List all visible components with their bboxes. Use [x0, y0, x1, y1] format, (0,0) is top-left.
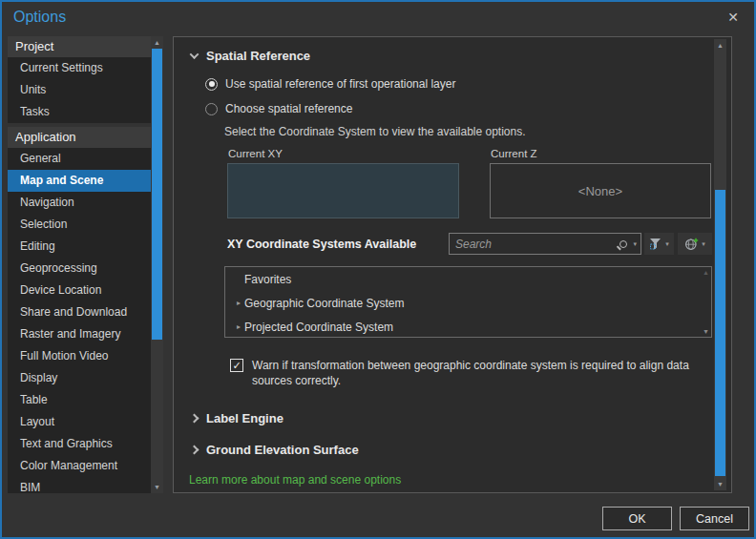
geographic-cs-label: Geographic Coordinate System — [244, 297, 404, 310]
learn-more-link[interactable]: Learn more about map and scene options — [189, 473, 401, 487]
warn-transformation-row: ✓ Warn if transformation between geograp… — [230, 358, 708, 388]
list-scroll-down-icon[interactable]: ▼ — [703, 328, 709, 335]
sidebar-item-selection[interactable]: Selection — [8, 214, 151, 236]
spatial-reference-section-header[interactable]: Spatial Reference — [191, 49, 310, 63]
chevron-down-icon — [190, 50, 200, 59]
chevron-right-icon — [190, 446, 200, 455]
search-caret-icon[interactable]: ▾ — [633, 240, 637, 248]
sidebar-section-application: Application — [8, 127, 151, 148]
list-scroll-up-icon[interactable]: ▲ — [703, 269, 709, 276]
sidebar-item-general[interactable]: General — [8, 148, 151, 170]
dialog-title: Options — [13, 9, 66, 26]
sidebar-item-text-and-graphics[interactable]: Text and Graphics — [8, 433, 151, 455]
tree-expander-icon[interactable]: ▸ — [233, 299, 244, 307]
current-z-value: <None> — [578, 184, 622, 198]
sidebar-item-full-motion-video[interactable]: Full Motion Video — [8, 345, 151, 367]
sidebar-item-raster-and-imagery[interactable]: Raster and Imagery — [8, 323, 151, 345]
scroll-up-icon[interactable]: ▲ — [714, 39, 726, 52]
current-z-label: Current Z — [491, 148, 537, 159]
sidebar-scrollbar-thumb[interactable] — [152, 49, 162, 340]
sidebar-item-current-settings[interactable]: Current Settings — [8, 57, 151, 79]
close-icon[interactable]: ✕ — [727, 10, 739, 25]
radio-selected-icon[interactable] — [205, 78, 218, 91]
sidebar-item-tasks[interactable]: Tasks — [8, 101, 151, 123]
radio-choose-spatial-reference[interactable]: Choose spatial reference — [205, 102, 352, 115]
radio-choose-label: Choose spatial reference — [225, 102, 352, 115]
projected-cs-label: Projected Coordinate System — [244, 321, 393, 334]
globe-add-icon — [684, 238, 699, 251]
sidebar-item-device-location[interactable]: Device Location — [8, 280, 151, 301]
sidebar-item-display[interactable]: Display — [8, 367, 151, 389]
radio-use-first-layer-label: Use spatial reference of first operation… — [225, 77, 455, 91]
options-dialog: Options ✕ Project Current Settings Units… — [0, 0, 756, 539]
xy-coordinate-systems-label: XY Coordinate Systems Available — [227, 238, 416, 251]
sidebar: Project Current Settings Units Tasks App… — [8, 36, 151, 493]
current-z-box: <None> — [490, 163, 711, 218]
sidebar-item-share-and-download[interactable]: Share and Download — [8, 301, 151, 323]
options-content-panel: Spatial Reference Use spatial reference … — [173, 36, 732, 493]
list-item-geographic-coordinate-system[interactable]: ▸ Geographic Coordinate System — [225, 291, 711, 315]
coordinate-systems-list: Favorites ▸ Geographic Coordinate System… — [224, 266, 712, 338]
radio-use-first-layer[interactable]: Use spatial reference of first operation… — [205, 77, 455, 91]
content-scrollbar-thumb[interactable] — [715, 190, 725, 476]
list-item-projected-coordinate-system[interactable]: ▸ Projected Coordinate System — [225, 315, 711, 339]
scroll-down-icon[interactable]: ▼ — [714, 478, 726, 490]
sidebar-item-geoprocessing[interactable]: Geoprocessing — [8, 258, 151, 280]
sidebar-item-color-management[interactable]: Color Management — [8, 455, 151, 477]
tree-expander-icon[interactable]: ▸ — [233, 322, 244, 331]
chevron-right-icon — [190, 414, 200, 424]
sidebar-item-units[interactable]: Units — [8, 79, 151, 101]
current-xy-label: Current XY — [228, 148, 283, 159]
coordinate-system-hint: Select the Coordinate System to view the… — [224, 125, 526, 138]
filter-caret-icon[interactable]: ▾ — [665, 240, 669, 248]
warn-checkbox[interactable]: ✓ — [230, 359, 243, 372]
title-bar: Options ✕ — [2, 2, 754, 34]
sidebar-item-table[interactable]: Table — [8, 389, 151, 411]
content-scrollbar[interactable]: ▲ ▼ — [714, 39, 726, 490]
globe-caret-icon[interactable]: ▾ — [702, 240, 705, 248]
sidebar-item-navigation[interactable]: Navigation — [8, 192, 151, 214]
current-xy-box — [227, 163, 459, 218]
filter-button[interactable]: ▾ — [644, 233, 674, 255]
label-engine-title: Label Engine — [206, 411, 284, 425]
sidebar-scrollbar[interactable]: ▲ ▼ — [151, 36, 163, 493]
search-icon — [620, 240, 627, 248]
list-item-favorites[interactable]: Favorites — [225, 267, 711, 291]
warn-checkbox-label: Warn if transformation between geographi… — [252, 358, 708, 388]
ground-elevation-section-header[interactable]: Ground Elevation Surface — [191, 443, 359, 457]
add-coordinate-system-button[interactable]: ▾ — [678, 233, 712, 255]
sidebar-item-editing[interactable]: Editing — [8, 236, 151, 258]
search-input[interactable] — [455, 238, 620, 251]
scroll-up-icon[interactable]: ▲ — [151, 36, 163, 49]
search-box[interactable]: ▾ — [449, 233, 641, 255]
ground-elevation-title: Ground Elevation Surface — [206, 443, 359, 457]
favorites-label: Favorites — [244, 273, 291, 286]
ok-button[interactable]: OK — [602, 507, 672, 530]
label-engine-section-header[interactable]: Label Engine — [191, 411, 284, 425]
sidebar-item-map-and-scene[interactable]: Map and Scene — [8, 170, 151, 192]
sidebar-item-layout[interactable]: Layout — [8, 411, 151, 433]
spatial-reference-title: Spatial Reference — [206, 49, 310, 63]
cancel-button[interactable]: Cancel — [680, 507, 749, 530]
scroll-down-icon[interactable]: ▼ — [151, 481, 163, 493]
filter-icon — [649, 238, 662, 250]
radio-unselected-icon[interactable] — [205, 103, 218, 115]
sidebar-item-bim[interactable]: BIM — [8, 477, 151, 493]
sidebar-section-project: Project — [8, 36, 151, 57]
